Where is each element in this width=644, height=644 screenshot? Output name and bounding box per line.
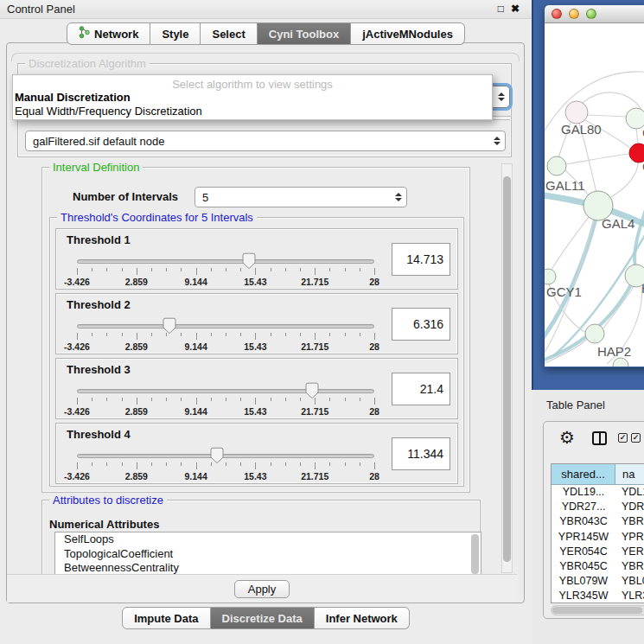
tick-label: 21.715 <box>301 471 328 481</box>
threshold-2-value[interactable]: 6.316 <box>392 308 450 341</box>
mac-minimize-button[interactable] <box>569 9 579 19</box>
table-row[interactable]: YDR27...YDR2 <box>552 500 644 514</box>
network-node[interactable] <box>626 108 644 129</box>
combo-arrows-icon[interactable] <box>491 134 502 148</box>
column-header-name[interactable]: na <box>615 464 644 484</box>
table-cell-shared[interactable]: YLR345W <box>552 589 615 603</box>
table-row[interactable]: YER054CYER0 <box>552 545 644 559</box>
network-node[interactable] <box>613 358 628 367</box>
tick-mark <box>92 333 92 336</box>
panel-scrollbar[interactable] <box>501 163 513 573</box>
table-row[interactable]: YLR345WYLR3 <box>552 589 644 603</box>
bottom-tab-discretize-data[interactable]: Discretize Data <box>211 607 315 629</box>
table-rows: YDL19...YDL1YDR27...YDR2YBR043CYBR0YPR14… <box>552 485 644 603</box>
tick-mark <box>106 462 107 466</box>
network-canvas[interactable]: GAL80GACGAL11GAL4GCY1HHAP2 <box>545 23 644 367</box>
gear-icon[interactable]: ⚙ <box>559 427 575 448</box>
threshold-1-slider[interactable]: -3.4262.8599.14415.4321.71528 <box>77 252 374 290</box>
slider-track[interactable] <box>77 324 374 328</box>
tick-mark <box>300 398 301 401</box>
tick-mark <box>315 268 316 275</box>
threshold-4-slider[interactable]: -3.4262.8599.14415.4321.71528 <box>77 446 374 484</box>
tick-label: 9.144 <box>184 341 207 352</box>
table-cell-name[interactable]: YDR2 <box>615 500 644 514</box>
checkbox-icon[interactable]: ✓ <box>618 433 628 443</box>
threshold-2-slider[interactable]: -3.4262.8599.14415.4321.71528 <box>77 316 374 354</box>
table-header-row: shared... na <box>552 464 644 485</box>
list-scrollbar[interactable] <box>471 534 479 574</box>
scrollbar-thumb[interactable] <box>552 607 642 614</box>
split-view-icon[interactable] <box>592 431 607 445</box>
tick-mark <box>255 333 256 340</box>
threshold-3-slider[interactable]: -3.4262.8599.14415.4321.71528 <box>77 381 374 419</box>
combo-arrows-icon[interactable] <box>392 190 404 204</box>
threshold-3-value[interactable]: 21.4 <box>392 373 450 405</box>
popup-option-manual-discretization[interactable]: Manual Discretization <box>13 91 492 105</box>
table-data-combo[interactable]: galFiltered.sif default node <box>25 131 506 151</box>
bottom-tab-impute-data[interactable]: Impute Data <box>122 607 210 629</box>
slider-handle[interactable] <box>305 382 319 403</box>
table-row[interactable]: YDL19...YDL1 <box>552 485 644 500</box>
table-row[interactable]: YPR145WYPR1 <box>552 530 644 545</box>
checkbox-icon[interactable]: ✓ <box>631 433 641 443</box>
attribute-list-item[interactable]: SelfLoops <box>55 532 481 547</box>
tick-mark <box>196 462 197 469</box>
tick-mark <box>240 462 241 466</box>
slider-track[interactable] <box>77 454 374 458</box>
tab-cyni-toolbox[interactable]: Cyni Toolbox <box>258 22 351 45</box>
table-cell-shared[interactable]: YBR045C <box>552 559 615 574</box>
tick-label: -3.426 <box>64 471 90 481</box>
table-cell-name[interactable]: YDL1 <box>615 485 644 500</box>
table-cell-name[interactable]: YER0 <box>615 545 644 559</box>
bottom-tab-label-impute-data: Impute Data <box>134 612 198 625</box>
network-node[interactable] <box>547 156 566 175</box>
float-icon[interactable]: □ <box>498 3 504 15</box>
table-cell-name[interactable]: YLR3 <box>615 589 644 603</box>
popup-option-equal-width-frequency[interactable]: Equal Width/Frequency Discretization <box>13 105 492 118</box>
network-node[interactable] <box>565 101 588 124</box>
number-of-intervals-combo[interactable]: 5 <box>194 187 407 207</box>
table-row[interactable]: YBR045CYBR0 <box>552 559 644 574</box>
threshold-4-value[interactable]: 11.344 <box>392 437 450 470</box>
scrollbar-thumb[interactable] <box>503 176 511 562</box>
combo-arrows-icon[interactable] <box>495 90 507 104</box>
network-node[interactable] <box>585 324 604 343</box>
table-row[interactable]: YBL079WYBL0 <box>552 574 644 589</box>
close-icon[interactable]: ✖ <box>511 3 520 15</box>
table-cell-name[interactable]: YBL0 <box>615 574 644 589</box>
slider-track[interactable] <box>77 259 374 264</box>
slider-handle[interactable] <box>210 447 224 468</box>
tab-select[interactable]: Select <box>201 22 257 45</box>
table-cell-shared[interactable]: YBR043C <box>552 514 615 529</box>
table-hscrollbar[interactable] <box>551 605 644 615</box>
mac-close-button[interactable] <box>552 9 562 19</box>
threshold-1-value[interactable]: 14.713 <box>392 243 450 276</box>
network-node[interactable] <box>545 269 556 284</box>
table-cell-name[interactable]: YBR0 <box>615 514 644 529</box>
table-cell-name[interactable]: YPR1 <box>615 530 644 545</box>
apply-toolbar: Apply <box>7 574 517 603</box>
tab-style[interactable]: Style <box>150 22 201 45</box>
slider-tick-labels: -3.4262.8599.14415.4321.71528 <box>77 277 374 287</box>
tab-network[interactable]: Network <box>67 22 150 45</box>
table-cell-name[interactable]: YBR0 <box>615 559 644 574</box>
table-row[interactable]: YBR043CYBR0 <box>552 514 644 529</box>
apply-button[interactable]: Apply <box>234 580 290 598</box>
attribute-list-item[interactable]: TopologicalCoefficient <box>55 547 481 562</box>
column-header-shared[interactable]: shared... <box>552 464 615 484</box>
table-cell-shared[interactable]: YDL19... <box>552 485 615 500</box>
table-cell-shared[interactable]: YDR27... <box>552 500 615 514</box>
table-cell-shared[interactable]: YPR145W <box>552 530 615 545</box>
slider-handle[interactable] <box>163 317 176 338</box>
bottom-tab-infer-network[interactable]: Infer Network <box>315 607 410 629</box>
numerical-attributes-list[interactable]: SelfLoopsTopologicalCoefficientBetweenne… <box>54 532 481 577</box>
slider-track[interactable] <box>77 389 374 393</box>
table-cell-shared[interactable]: YER054C <box>552 545 615 559</box>
tick-mark <box>196 398 197 405</box>
tick-mark <box>122 462 123 466</box>
mac-zoom-button[interactable] <box>586 9 596 19</box>
tab-jactivemnodules[interactable]: jActiveMNodules <box>351 22 465 45</box>
node-attribute-table[interactable]: shared... na YDL19...YDL1YDR27...YDR2YBR… <box>551 463 644 603</box>
table-cell-shared[interactable]: YBL079W <box>552 574 615 589</box>
slider-handle[interactable] <box>242 252 256 273</box>
